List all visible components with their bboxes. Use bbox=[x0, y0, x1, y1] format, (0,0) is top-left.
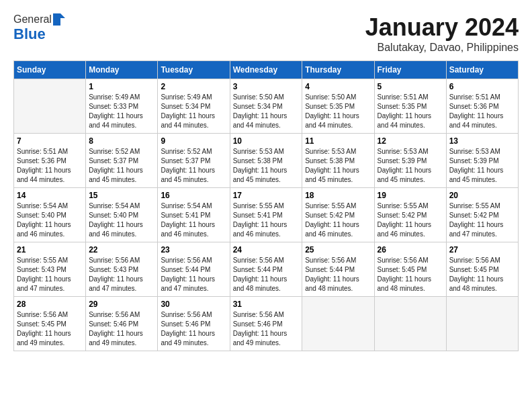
calendar-cell: 4 Sunrise: 5:50 AMSunset: 5:35 PMDayligh… bbox=[302, 79, 374, 134]
day-info: Sunrise: 5:51 AMSunset: 5:36 PMDaylight:… bbox=[449, 93, 515, 130]
calendar-table: SundayMondayTuesdayWednesdayThursdayFrid… bbox=[13, 60, 519, 351]
calendar-header-thursday: Thursday bbox=[302, 61, 374, 79]
calendar-cell: 23 Sunrise: 5:56 AMSunset: 5:44 PMDaylig… bbox=[158, 242, 230, 297]
day-info: Sunrise: 5:53 AMSunset: 5:38 PMDaylight:… bbox=[305, 147, 371, 185]
calendar-cell: 18 Sunrise: 5:55 AMSunset: 5:42 PMDaylig… bbox=[302, 188, 374, 242]
day-number: 25 bbox=[305, 245, 371, 255]
day-number: 11 bbox=[305, 136, 371, 146]
calendar-header-sunday: Sunday bbox=[14, 61, 86, 79]
day-info: Sunrise: 5:50 AMSunset: 5:35 PMDaylight:… bbox=[305, 93, 371, 130]
day-number: 14 bbox=[17, 191, 83, 200]
calendar-cell bbox=[14, 79, 86, 134]
calendar-week-4: 21 Sunrise: 5:55 AMSunset: 5:43 PMDaylig… bbox=[14, 242, 519, 297]
day-info: Sunrise: 5:50 AMSunset: 5:34 PMDaylight:… bbox=[233, 93, 300, 130]
calendar-cell: 20 Sunrise: 5:55 AMSunset: 5:42 PMDaylig… bbox=[446, 188, 518, 242]
calendar-cell: 15 Sunrise: 5:54 AMSunset: 5:40 PMDaylig… bbox=[86, 188, 158, 242]
calendar-cell: 13 Sunrise: 5:53 AMSunset: 5:39 PMDaylig… bbox=[446, 134, 518, 188]
day-number: 16 bbox=[161, 191, 226, 200]
day-number: 13 bbox=[449, 136, 515, 146]
day-info: Sunrise: 5:53 AMSunset: 5:39 PMDaylight:… bbox=[449, 147, 515, 185]
logo: General Blue bbox=[13, 13, 65, 43]
day-number: 17 bbox=[233, 191, 300, 200]
calendar-week-1: 1 Sunrise: 5:49 AMSunset: 5:33 PMDayligh… bbox=[14, 79, 519, 134]
calendar-cell: 14 Sunrise: 5:54 AMSunset: 5:40 PMDaylig… bbox=[14, 188, 86, 242]
day-info: Sunrise: 5:56 AMSunset: 5:45 PMDaylight:… bbox=[17, 310, 83, 348]
calendar-cell: 11 Sunrise: 5:53 AMSunset: 5:38 PMDaylig… bbox=[302, 134, 374, 188]
month-title: January 2024 bbox=[365, 13, 519, 42]
day-info: Sunrise: 5:52 AMSunset: 5:37 PMDaylight:… bbox=[161, 147, 226, 185]
calendar-cell: 9 Sunrise: 5:52 AMSunset: 5:37 PMDayligh… bbox=[158, 134, 230, 188]
day-info: Sunrise: 5:53 AMSunset: 5:39 PMDaylight:… bbox=[378, 147, 443, 185]
day-number: 31 bbox=[233, 300, 300, 309]
day-info: Sunrise: 5:55 AMSunset: 5:42 PMDaylight:… bbox=[305, 201, 371, 239]
calendar-header-monday: Monday bbox=[86, 61, 158, 79]
day-info: Sunrise: 5:56 AMSunset: 5:44 PMDaylight:… bbox=[233, 256, 300, 293]
calendar-header-tuesday: Tuesday bbox=[158, 61, 230, 79]
day-number: 7 bbox=[17, 136, 83, 146]
day-info: Sunrise: 5:54 AMSunset: 5:40 PMDaylight:… bbox=[89, 201, 154, 239]
day-info: Sunrise: 5:55 AMSunset: 5:42 PMDaylight:… bbox=[378, 201, 443, 239]
calendar-cell: 21 Sunrise: 5:55 AMSunset: 5:43 PMDaylig… bbox=[14, 242, 86, 297]
calendar-cell bbox=[446, 297, 518, 351]
day-number: 6 bbox=[449, 82, 515, 91]
calendar-header-friday: Friday bbox=[374, 61, 446, 79]
calendar-cell bbox=[374, 297, 446, 351]
calendar-week-2: 7 Sunrise: 5:51 AMSunset: 5:36 PMDayligh… bbox=[14, 134, 519, 188]
calendar-cell: 22 Sunrise: 5:56 AMSunset: 5:43 PMDaylig… bbox=[86, 242, 158, 297]
day-number: 18 bbox=[305, 191, 371, 200]
day-info: Sunrise: 5:51 AMSunset: 5:35 PMDaylight:… bbox=[378, 93, 443, 130]
day-info: Sunrise: 5:55 AMSunset: 5:41 PMDaylight:… bbox=[233, 201, 300, 239]
calendar-cell: 1 Sunrise: 5:49 AMSunset: 5:33 PMDayligh… bbox=[86, 79, 158, 134]
day-number: 3 bbox=[233, 82, 300, 91]
day-number: 26 bbox=[378, 245, 443, 255]
calendar-cell: 29 Sunrise: 5:56 AMSunset: 5:46 PMDaylig… bbox=[86, 297, 158, 351]
title-block: January 2024 Balutakay, Davao, Philippin… bbox=[365, 13, 519, 54]
calendar-cell: 30 Sunrise: 5:56 AMSunset: 5:46 PMDaylig… bbox=[158, 297, 230, 351]
day-info: Sunrise: 5:56 AMSunset: 5:44 PMDaylight:… bbox=[305, 256, 371, 293]
calendar-cell: 8 Sunrise: 5:52 AMSunset: 5:37 PMDayligh… bbox=[86, 134, 158, 188]
day-info: Sunrise: 5:56 AMSunset: 5:45 PMDaylight:… bbox=[449, 256, 515, 293]
day-info: Sunrise: 5:54 AMSunset: 5:40 PMDaylight:… bbox=[17, 201, 83, 239]
day-number: 22 bbox=[89, 245, 154, 255]
day-info: Sunrise: 5:56 AMSunset: 5:45 PMDaylight:… bbox=[378, 256, 443, 293]
day-info: Sunrise: 5:53 AMSunset: 5:38 PMDaylight:… bbox=[233, 147, 300, 185]
calendar-week-3: 14 Sunrise: 5:54 AMSunset: 5:40 PMDaylig… bbox=[14, 188, 519, 242]
day-number: 30 bbox=[161, 300, 226, 309]
day-info: Sunrise: 5:56 AMSunset: 5:46 PMDaylight:… bbox=[161, 310, 226, 348]
day-number: 8 bbox=[89, 136, 154, 146]
logo-icon bbox=[53, 13, 65, 26]
calendar-cell: 16 Sunrise: 5:54 AMSunset: 5:41 PMDaylig… bbox=[158, 188, 230, 242]
day-info: Sunrise: 5:54 AMSunset: 5:41 PMDaylight:… bbox=[161, 201, 226, 239]
calendar-cell: 26 Sunrise: 5:56 AMSunset: 5:45 PMDaylig… bbox=[374, 242, 446, 297]
calendar-cell: 6 Sunrise: 5:51 AMSunset: 5:36 PMDayligh… bbox=[446, 79, 518, 134]
calendar-cell: 19 Sunrise: 5:55 AMSunset: 5:42 PMDaylig… bbox=[374, 188, 446, 242]
day-number: 21 bbox=[17, 245, 83, 255]
day-number: 28 bbox=[17, 300, 83, 309]
svg-marker-0 bbox=[53, 13, 65, 26]
logo-general-text: General bbox=[13, 13, 52, 26]
day-number: 20 bbox=[449, 191, 515, 200]
day-number: 23 bbox=[161, 245, 226, 255]
day-number: 12 bbox=[378, 136, 443, 146]
day-number: 15 bbox=[89, 191, 154, 200]
day-info: Sunrise: 5:56 AMSunset: 5:46 PMDaylight:… bbox=[233, 310, 300, 348]
calendar-header-row: SundayMondayTuesdayWednesdayThursdayFrid… bbox=[14, 61, 519, 79]
day-info: Sunrise: 5:52 AMSunset: 5:37 PMDaylight:… bbox=[89, 147, 154, 185]
day-number: 5 bbox=[378, 82, 443, 91]
day-number: 2 bbox=[161, 82, 226, 91]
day-number: 19 bbox=[378, 191, 443, 200]
day-info: Sunrise: 5:56 AMSunset: 5:43 PMDaylight:… bbox=[89, 256, 154, 293]
calendar-cell: 25 Sunrise: 5:56 AMSunset: 5:44 PMDaylig… bbox=[302, 242, 374, 297]
calendar-cell: 3 Sunrise: 5:50 AMSunset: 5:34 PMDayligh… bbox=[230, 79, 302, 134]
calendar-cell: 31 Sunrise: 5:56 AMSunset: 5:46 PMDaylig… bbox=[230, 297, 302, 351]
calendar-cell bbox=[302, 297, 374, 351]
day-info: Sunrise: 5:55 AMSunset: 5:43 PMDaylight:… bbox=[17, 256, 83, 293]
calendar-header-saturday: Saturday bbox=[446, 61, 518, 79]
calendar-cell: 28 Sunrise: 5:56 AMSunset: 5:45 PMDaylig… bbox=[14, 297, 86, 351]
day-number: 24 bbox=[233, 245, 300, 255]
calendar-cell: 17 Sunrise: 5:55 AMSunset: 5:41 PMDaylig… bbox=[230, 188, 302, 242]
calendar-week-5: 28 Sunrise: 5:56 AMSunset: 5:45 PMDaylig… bbox=[14, 297, 519, 351]
calendar-cell: 2 Sunrise: 5:49 AMSunset: 5:34 PMDayligh… bbox=[158, 79, 230, 134]
day-info: Sunrise: 5:49 AMSunset: 5:33 PMDaylight:… bbox=[89, 93, 154, 130]
logo-blue-text: Blue bbox=[13, 26, 46, 43]
